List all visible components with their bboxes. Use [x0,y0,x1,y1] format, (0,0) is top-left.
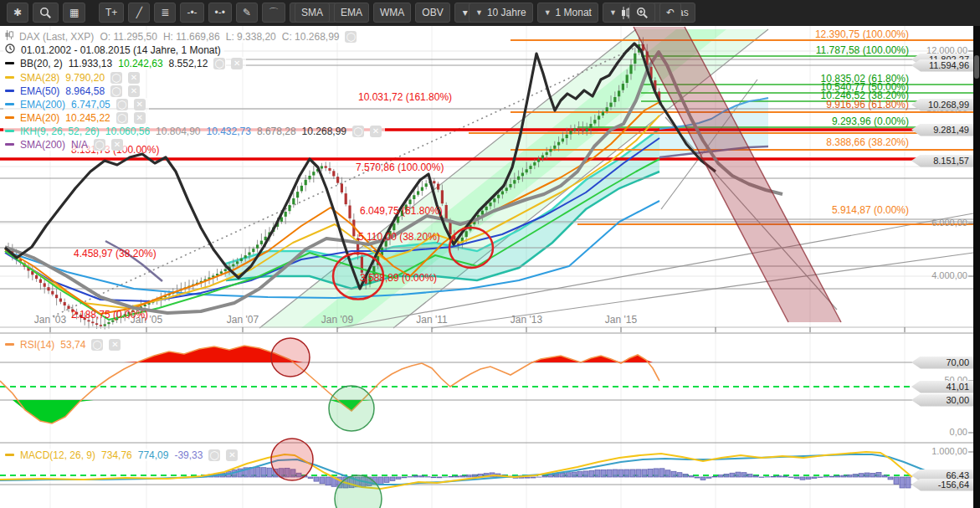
legend-row: EMA(200)6.747,05◯✕ [3,98,149,110]
legend-color-swatch [5,116,14,119]
legend-color-swatch [5,103,14,105]
fib-level-label: 4.458,97 (38.20%) [74,248,156,259]
price-tag: 41,01 [911,381,973,393]
legend-row: BB(20, 2)11.933,1310.242,638.552,12◯✕ [3,57,246,69]
legend-row: MACD(12, 26, 9)734,76774,09-39,33◯✕ [3,449,241,461]
trendline-tool-button[interactable]: ╱ [128,3,150,23]
legend-text: N/A [71,139,88,151]
undo-button[interactable]: ↶ [659,3,681,23]
legend-settings-button[interactable]: ◯ [110,72,122,84]
legend-text: H: 11.669,86 [163,31,220,43]
legend-settings-button[interactable]: ◯ [116,112,128,124]
fib-level-label: 10.031,72 (161.80%) [358,91,452,103]
price-tag: 10.268,99 [911,99,973,111]
legend-text: 01.01.2002 - 01.08.2015 (14 Jahre, 1 Mon… [21,44,221,56]
legend-close-button[interactable]: ✕ [111,139,123,151]
draw-tool-button[interactable]: ✎ [236,3,258,23]
legend-settings-button[interactable]: ◯ [116,99,128,110]
legend-row: EMA(50)8.964,58◯✕ [3,85,143,97]
legend-close-button[interactable]: ✕ [134,112,146,124]
legend-text: 10.268,99 [302,126,346,137]
settings-icon-button[interactable]: ✱ [7,3,28,23]
legend-settings-button[interactable]: ◯ [352,126,364,137]
fib-level-label: 5.914,87 (0.00%) [741,204,909,216]
arc-tool-button[interactable]: ⌒ [262,3,285,23]
legend-close-button[interactable]: ✕ [226,449,238,461]
sma-button[interactable]: SMA [295,3,330,23]
legend-settings-button[interactable]: ◯ [94,139,105,151]
legend-row: IKH(9, 26, 52, 26)10.060,5610.804,9010.4… [3,125,385,137]
legend-text: SMA(200) [20,139,65,151]
legend-text: 8.552,12 [169,58,208,69]
legend-text: EMA(200) [20,99,65,110]
y-axis-label: 0,00 [909,427,967,437]
fib-level-label: 2.188,75 (0.00%) [71,309,148,321]
legend-text: DAX (Last, XXP) [19,31,94,43]
toolbar-group: SMAEMAWMAOBV▾ [295,3,476,23]
legend-text: L: 9.338,20 [226,31,276,43]
legend-close-button[interactable]: ✕ [128,72,140,84]
y-axis-label: 4.000,00 [909,270,967,280]
toolbar-group: ✱▦ [7,3,85,23]
legend-color-swatch [5,62,14,64]
toolbar: ✱▦T+╱≣-•-•-•✎⌒⇥▾SMAEMAWMAOBV▾▼10 Jahre▼1… [0,0,980,26]
horizontal-line-tool-button[interactable]: -•- [180,3,203,23]
fib-level-label: 9.916,96 (61.80%) [741,99,909,110]
legend-close-button[interactable]: ✕ [134,99,146,110]
legend-text: BB(20, 2) [20,58,63,69]
scrollbar-thumb[interactable] [974,55,979,79]
price-tag: 70,00 [911,357,973,369]
layout-grid-button[interactable]: ▦ [63,3,85,23]
legend-color-swatch [5,76,14,79]
legend-text: RSI(14) [20,339,54,351]
legend-color-swatch [5,143,14,146]
legend-text: EMA(50) [20,85,59,97]
legend-close-button[interactable]: ✕ [231,58,243,69]
fib-level-label: 6.049,75 (61.80%) [360,205,443,217]
fib-level-label: 8.388,66 (38.20%) [741,136,909,148]
zoom-button[interactable] [629,3,655,23]
candle-icon [5,30,13,43]
legend-color-swatch [5,130,14,132]
obv-button[interactable]: OBV [415,3,449,23]
fib-level-label: 12.390,75 (100.00%) [741,28,909,40]
interval-dropdown[interactable]: ▼1 Monat [537,3,598,23]
legend-settings-button[interactable]: ◯ [213,58,225,69]
price-tag: 30,00 [911,394,973,407]
legend-row: DAX (Last, XXP)O: 11.295,50H: 11.669,86L… [3,30,360,43]
legend-text: 10.245,22 [65,112,110,124]
legend-color-swatch [5,343,14,346]
points-line-tool-button[interactable]: •-• [208,3,232,23]
legend-row: SMA(28)9.790,20◯✕ [3,71,143,84]
legend-settings-button[interactable]: ◯ [91,339,103,351]
legend-close-button[interactable]: ✕ [128,85,140,97]
text-tool-button[interactable]: T+ [99,3,124,23]
legend-text: 6.747,05 [71,99,110,110]
search-button[interactable] [33,3,59,23]
legend-text: -39,33 [174,449,203,461]
price-tag: 9.281,49 [911,124,973,136]
legend-text: IKH(9, 26, 52, 26) [20,126,100,137]
wma-button[interactable]: WMA [373,3,411,23]
price-tag: 11.594,96 [911,59,973,72]
legend-settings-button[interactable]: ◯ [110,85,122,97]
legend-text: EMA(20) [20,112,59,124]
legend-settings-button[interactable]: ◯ [208,449,220,461]
legend-text: 11.933,13 [69,58,113,69]
x-axis-label: Jan '09 [308,314,367,326]
legend-text: O: 11.295,50 [100,31,157,43]
legend-close-button[interactable]: ✕ [370,126,382,137]
legend-text: 9.790,20 [65,72,105,84]
ema-button[interactable]: EMA [334,3,369,23]
legend-text: 734,76 [101,449,132,461]
x-axis-label: Jan '13 [497,314,556,326]
legend-text: 10.804,90 [156,126,200,137]
price-tag: -156,64 [911,479,973,491]
legend-settings-button[interactable]: ◯ [345,31,357,43]
fib-level-label: 9.293,96 (0.00%) [741,115,909,127]
legend-text: 8.964,58 [65,85,105,97]
fibonacci-tool-button[interactable]: ≣ [154,3,176,23]
range-dropdown[interactable]: ▼10 Jahre [469,3,533,23]
legend-text: 8.678,28 [257,126,296,137]
legend-close-button[interactable]: ✕ [109,339,121,351]
